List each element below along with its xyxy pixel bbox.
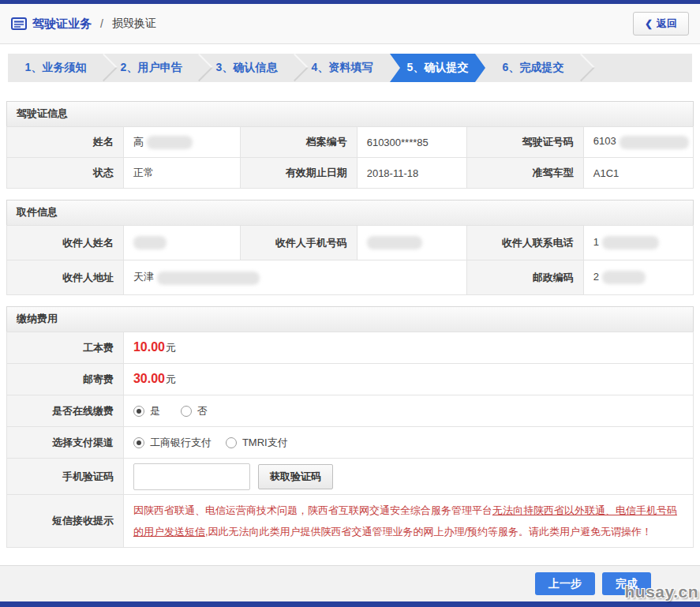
back-button[interactable]: ❮ 返回	[633, 12, 689, 36]
radio-label: TMRI支付	[242, 436, 288, 450]
step-wizard: 1、业务须知 2、用户申告 3、确认信息 4、资料填写 5、确认提交 6、完成提…	[8, 54, 692, 82]
field-label-valid-until: 有效期止日期	[240, 158, 357, 189]
redaction-blur	[157, 272, 260, 285]
sms-code-row: 获取验证码	[133, 463, 693, 490]
field-value-name: 高	[123, 127, 240, 158]
footer-action-bar: 上一步 完成	[0, 565, 700, 601]
field-label-pay-channel: 选择支付渠道	[7, 427, 124, 459]
radio-label: 否	[197, 404, 208, 418]
table-row: 状态 正常 有效期止日期 2018-11-18 准驾车型 A1C1	[7, 158, 694, 189]
redaction-blur	[602, 236, 659, 249]
radio-channel-icbc[interactable]: 工商银行支付	[133, 436, 211, 450]
field-label-postage-fee: 邮寄费	[7, 364, 124, 395]
cost-fee-unit: 元	[166, 342, 176, 354]
section-title-license-info: 驾驶证信息	[6, 101, 694, 126]
table-row: 收件人地址 天津 邮政编码 2	[7, 260, 694, 295]
online-pay-radio-group: 是 否	[133, 404, 693, 418]
previous-step-button[interactable]: 上一步	[535, 572, 595, 595]
breadcrumb-separator: /	[100, 17, 103, 30]
field-value-recipient-phone: 1	[583, 226, 693, 260]
radio-online-pay-no[interactable]: 否	[181, 404, 208, 418]
section-title-payment: 缴纳费用	[6, 306, 694, 332]
step-2-user-declaration[interactable]: 2、用户申告	[103, 54, 199, 82]
table-row: 姓名 高 档案编号 610300****85 驾驶证号码 6103	[7, 127, 694, 158]
table-row: 是否在线缴费 是 否	[7, 395, 694, 427]
radio-icon	[133, 406, 144, 417]
bottom-accent-bar	[0, 601, 700, 607]
field-value-vehicle-class: A1C1	[583, 158, 693, 189]
field-label-sms-notice: 短信接收提示	[7, 495, 124, 548]
radio-channel-tmri[interactable]: TMRI支付	[226, 436, 288, 450]
field-value-recipient-mobile	[357, 226, 466, 260]
sms-notice-text: 因陕西省联通、电信运营商技术问题，陕西省互联网交通安全综合服务管理平台无法向持陕…	[133, 495, 693, 547]
table-row: 短信接收提示 因陕西省联通、电信运营商技术问题，陕西省互联网交通安全综合服务管理…	[7, 495, 694, 548]
page-title: 驾驶证业务	[32, 17, 92, 32]
field-value-online-pay: 是 否	[123, 395, 693, 427]
pay-channel-radio-group: 工商银行支付 TMRI支付	[133, 436, 693, 450]
redaction-blur	[602, 271, 646, 284]
page-subtitle: 损毁换证	[112, 17, 156, 31]
field-label-recipient-address: 收件人地址	[7, 260, 124, 295]
redaction-blur	[147, 136, 193, 149]
step-label: 4、资料填写	[312, 61, 373, 75]
postage-fee-amount: 30.00	[133, 372, 165, 385]
field-label-recipient-mobile: 收件人手机号码	[240, 226, 357, 260]
finish-button[interactable]: 完成	[602, 572, 651, 595]
payment-table: 工本费 10.00元 邮寄费 30.00元 是否在线缴费 是	[6, 332, 694, 548]
pickup-info-table: 收件人姓名 收件人手机号码 收件人联系电话 1 收件人地址 天津 邮政编码 2	[6, 225, 694, 295]
notice-part-1: 因陕西省联通、电信运营商技术问题，陕西省互联网交通安全综合服务管理平台	[133, 504, 492, 516]
field-label-license-no: 驾驶证号码	[466, 127, 583, 158]
field-label-file-no: 档案编号	[240, 127, 357, 158]
get-sms-code-button[interactable]: 获取验证码	[258, 464, 333, 489]
pickup-info-section: 取件信息 收件人姓名 收件人手机号码 收件人联系电话 1 收件人地址 天津 邮政…	[6, 200, 694, 295]
redaction-blur	[367, 236, 422, 249]
field-label-recipient-name: 收件人姓名	[7, 226, 124, 260]
back-button-label: 返回	[657, 17, 677, 31]
back-chevron-icon: ❮	[645, 18, 653, 29]
notice-part-2: ,因此无法向此类用户提供陕西省交通管理业务的网上办理/预约等服务。请此类用户避免…	[205, 526, 652, 538]
radio-online-pay-yes[interactable]: 是	[133, 404, 160, 418]
postage-fee-unit: 元	[166, 373, 176, 385]
step-1-business-notice[interactable]: 1、业务须知	[8, 54, 103, 82]
field-value-sms-code: 获取验证码	[123, 459, 693, 495]
redaction-blur	[133, 236, 167, 249]
field-value-cost-fee: 10.00元	[123, 332, 693, 364]
field-value-sms-notice: 因陕西省联通、电信运营商技术问题，陕西省互联网交通安全综合服务管理平台无法向持陕…	[123, 495, 693, 548]
step-bar-filler	[581, 54, 692, 82]
step-5-confirm-submit-active[interactable]: 5、确认提交	[390, 54, 485, 82]
step-label: 6、完成提交	[503, 61, 564, 75]
sms-code-input[interactable]	[133, 463, 250, 490]
field-label-cost-fee: 工本费	[7, 332, 124, 364]
field-label-name: 姓名	[7, 127, 124, 158]
field-value-pay-channel: 工商银行支付 TMRI支付	[123, 427, 693, 459]
field-value-postal-code: 2	[583, 260, 693, 295]
step-3-confirm-info[interactable]: 3、确认信息	[199, 54, 294, 82]
step-4-fill-materials[interactable]: 4、资料填写	[294, 54, 390, 82]
step-label: 1、业务须知	[25, 61, 87, 75]
field-value-recipient-name	[123, 226, 240, 260]
field-label-recipient-phone: 收件人联系电话	[466, 226, 583, 260]
table-row: 选择支付渠道 工商银行支付 TMRI支付	[7, 427, 694, 459]
radio-icon	[226, 437, 237, 448]
field-value-postage-fee: 30.00元	[123, 364, 693, 395]
license-info-section: 驾驶证信息 姓名 高 档案编号 610300****85 驾驶证号码 6103 …	[6, 101, 694, 189]
field-label-online-pay: 是否在线缴费	[7, 395, 124, 427]
page-header: 驾驶证业务 / 损毁换证 ❮ 返回	[0, 4, 700, 44]
redaction-blur	[620, 136, 689, 149]
section-title-pickup-info: 取件信息	[6, 200, 694, 225]
field-label-status: 状态	[7, 158, 124, 189]
step-label: 5、确认提交	[407, 61, 469, 75]
field-value-license-no: 6103	[583, 127, 693, 158]
table-row: 邮寄费 30.00元	[7, 364, 694, 395]
step-label: 2、用户申告	[121, 61, 182, 75]
cost-fee-amount: 10.00	[133, 340, 165, 354]
radio-icon	[181, 406, 192, 417]
field-label-vehicle-class: 准驾车型	[466, 158, 583, 189]
step-6-complete-submit[interactable]: 6、完成提交	[485, 54, 581, 82]
radio-label: 工商银行支付	[150, 436, 211, 450]
field-label-sms-code: 手机验证码	[7, 459, 124, 495]
table-row: 工本费 10.00元	[7, 332, 694, 364]
radio-icon	[133, 437, 144, 448]
radio-label: 是	[150, 404, 160, 418]
license-info-table: 姓名 高 档案编号 610300****85 驾驶证号码 6103 状态 正常 …	[6, 126, 694, 189]
